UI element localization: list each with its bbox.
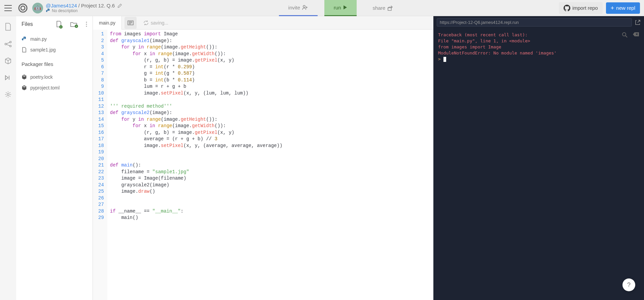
plus-icon: +	[611, 5, 614, 11]
console-search-icon[interactable]	[622, 32, 628, 38]
new-folder-icon[interactable]: +	[70, 22, 77, 27]
settings-rail-icon[interactable]	[4, 91, 12, 98]
edit-icon[interactable]	[117, 3, 122, 8]
svg-point-11	[86, 26, 87, 27]
invite-button[interactable]: invite	[279, 0, 318, 16]
svg-point-10	[86, 24, 87, 25]
debug-rail-icon[interactable]	[4, 75, 12, 81]
svg-point-9	[86, 22, 87, 23]
tab-mainpy[interactable]: main.py	[93, 16, 122, 30]
svg-point-6	[10, 41, 11, 43]
file-name: main.py	[30, 36, 47, 42]
console-clear-icon[interactable]	[633, 32, 639, 38]
console-panel: Traceback (most recent call last): File …	[433, 16, 644, 300]
project-name[interactable]: Project 12. Q.6	[81, 3, 115, 8]
github-icon	[564, 5, 570, 11]
package-rail-icon[interactable]	[4, 57, 12, 65]
code-content[interactable]: from images import Imagedef grayscale1(i…	[107, 30, 285, 300]
code-editor[interactable]: 1234567891011121314151617181920212223242…	[93, 30, 433, 300]
new-repl-button[interactable]: + new repl	[606, 2, 640, 14]
packager-section-title: Packager files	[16, 57, 93, 70]
python-icon	[46, 8, 50, 13]
header: 🤖 @James4124/Project 12. Q.6 No descript…	[0, 0, 644, 16]
line-gutter: 1234567891011121314151617181920212223242…	[93, 30, 107, 300]
hamburger-icon	[4, 5, 12, 11]
saving-indicator: saving...	[143, 20, 168, 26]
console-prompt: >	[438, 57, 441, 62]
svg-point-7	[10, 45, 11, 47]
svg-point-3	[303, 5, 305, 7]
svg-point-8	[7, 93, 9, 96]
svg-point-5	[5, 43, 7, 45]
file-icon	[22, 85, 27, 90]
file-item[interactable]: main.py	[16, 34, 93, 44]
svg-point-12	[23, 37, 24, 38]
left-rail	[0, 16, 16, 300]
svg-point-14	[622, 33, 626, 36]
markdown-preview-icon[interactable]	[124, 17, 137, 29]
help-button[interactable]: ?	[622, 278, 635, 291]
editor-tabs: main.py saving...	[93, 16, 433, 30]
editor-area: main.py saving... 1234567891011121314151…	[93, 16, 433, 300]
svg-point-1	[21, 6, 25, 10]
play-icon	[343, 5, 347, 10]
svg-rect-4	[388, 8, 391, 10]
user-avatar[interactable]: 🤖	[32, 3, 43, 13]
share-button[interactable]: share	[363, 0, 402, 16]
file-item[interactable]: poetry.lock	[16, 72, 93, 82]
file-item[interactable]: pyproject.toml	[16, 82, 93, 93]
file-item[interactable]: sample1.jpg	[16, 44, 93, 55]
open-external-icon[interactable]	[635, 20, 641, 26]
file-name: sample1.jpg	[30, 47, 56, 52]
file-name: pyproject.toml	[30, 85, 60, 90]
more-icon[interactable]	[86, 22, 87, 27]
console-cursor	[443, 57, 446, 62]
file-icon	[22, 36, 27, 42]
file-name: poetry.lock	[30, 74, 53, 80]
import-repo-button[interactable]: import repo	[559, 2, 603, 14]
project-description: No description	[52, 8, 78, 13]
spiral-icon	[18, 3, 28, 13]
share-rail-icon[interactable]	[4, 41, 12, 47]
refresh-icon	[143, 20, 149, 26]
file-icon	[22, 74, 27, 80]
svg-point-0	[19, 4, 27, 12]
run-button[interactable]: run	[324, 0, 357, 16]
file-icon	[22, 47, 27, 52]
sidebar-title: Files	[22, 21, 52, 27]
sidebar: Files + + main.pysample1.jpg Packager fi…	[16, 16, 93, 300]
files-rail-icon[interactable]	[5, 23, 11, 31]
new-file-icon[interactable]: +	[56, 21, 62, 28]
repl-url-input[interactable]	[437, 18, 632, 27]
share-icon	[387, 5, 393, 11]
console-output[interactable]: Traceback (most recent call last): File …	[433, 29, 644, 300]
replit-logo[interactable]	[16, 1, 30, 15]
hamburger-menu[interactable]	[0, 0, 16, 16]
svg-point-2	[47, 9, 48, 9]
username-link[interactable]: @James4124	[46, 3, 77, 8]
invite-icon	[302, 5, 308, 10]
project-info: @James4124/Project 12. Q.6 No descriptio…	[46, 3, 122, 13]
